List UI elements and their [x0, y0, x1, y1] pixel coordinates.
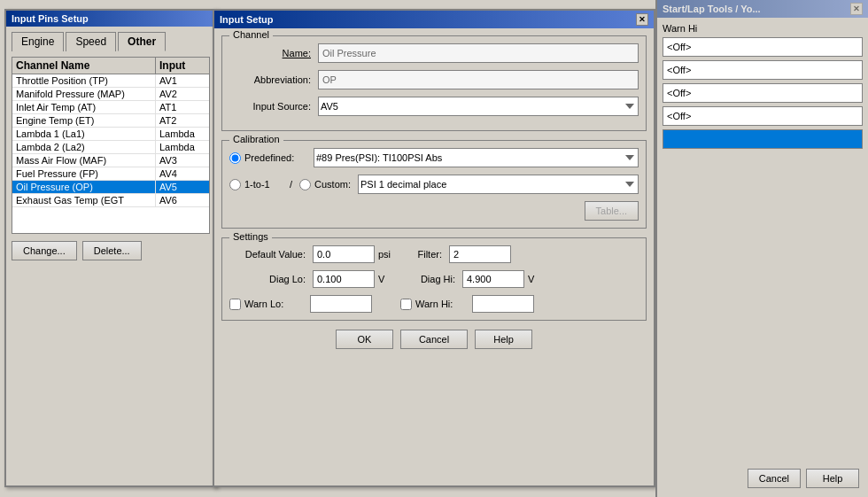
row-channel-name: Mass Air Flow (MAF) [12, 154, 156, 167]
row-input: Lambda [156, 141, 209, 153]
predefined-radio[interactable] [229, 152, 241, 164]
table-row[interactable]: Fuel Pressure (FP)AV4 [12, 167, 209, 181]
table-button[interactable]: Table... [585, 201, 639, 221]
predefined-select[interactable]: #89 Pres(PSI): TI100PSI Abs [314, 148, 639, 167]
right-row2[interactable] [663, 60, 863, 80]
warn-hi-input[interactable] [472, 295, 534, 313]
channel-group-title: Channel [229, 29, 273, 40]
abbreviation-label: Abbreviation: [229, 74, 318, 85]
input-source-select[interactable]: AV5 [318, 97, 639, 116]
row-channel-name: Lambda 2 (La2) [12, 141, 156, 153]
channel-list-header: Channel Name Input [12, 58, 209, 74]
table-row[interactable]: Throttle Position (TP)AV1 [12, 74, 209, 88]
diag-lo-row: Diag Lo: V [229, 270, 396, 288]
row-channel-name: Fuel Pressure (FP) [12, 167, 156, 180]
row-input: AV5 [156, 181, 209, 193]
abbreviation-input[interactable] [318, 70, 639, 89]
change-button[interactable]: Change... [12, 241, 77, 260]
predefined-radio-label[interactable]: Predefined: [229, 152, 314, 164]
table-row[interactable]: Manifold Pressure (MAP)AV2 [12, 88, 209, 101]
slash-separator: / [290, 179, 292, 190]
diag-lo-input[interactable] [313, 270, 375, 288]
diag-hi-input[interactable] [462, 270, 524, 288]
filter-input[interactable] [449, 245, 511, 263]
right-row5-highlight[interactable] [663, 129, 863, 149]
help-button[interactable]: Help [475, 330, 532, 349]
table-row[interactable]: Inlet Air Temp (AT)AT1 [12, 101, 209, 114]
custom-radio[interactable] [299, 179, 311, 190]
table-row[interactable]: Mass Air Flow (MAF)AV3 [12, 154, 209, 167]
name-input[interactable] [318, 43, 639, 63]
pins-title: Input Pins Setup [12, 13, 89, 24]
row-channel-name: Manifold Pressure (MAP) [12, 88, 156, 100]
one-to-one-radio[interactable] [229, 179, 241, 190]
default-value-row: Default Value: psi [229, 245, 396, 263]
dialog-buttons: OK Cancel Help [221, 330, 647, 349]
table-row[interactable]: Exhaust Gas Temp (EGTAV6 [12, 194, 209, 207]
custom-row: 1-to-1 / Custom: PSI 1 decimal place [229, 175, 639, 194]
diag-hi-unit: V [528, 274, 546, 284]
input-setup-window: Input Setup ✕ Channel Name: Abbreviation… [213, 9, 655, 487]
default-value-unit: psi [378, 249, 396, 260]
header-input: Input [156, 58, 209, 74]
filter-row: Filter: [410, 245, 511, 263]
warn-lo-checkbox[interactable] [229, 299, 241, 310]
table-button-container: Table... [229, 201, 639, 221]
right-help-button[interactable]: Help [806, 469, 859, 488]
warn-lo-row: Warn Lo: [229, 295, 372, 313]
row-channel-name: Inlet Air Temp (AT) [12, 101, 156, 113]
row-channel-name: Engine Temp (ET) [12, 114, 156, 127]
settings-row3: Warn Lo: Warn Hi: [229, 295, 639, 313]
row-channel-name: Lambda 1 (La1) [12, 128, 156, 140]
setup-title: Input Setup [220, 14, 274, 25]
table-row[interactable]: Oil Pressure (OP)AV5 [12, 181, 209, 194]
cancel-button[interactable]: Cancel [400, 330, 468, 349]
diag-lo-label: Diag Lo: [229, 274, 309, 284]
right-row4[interactable] [663, 106, 863, 126]
diag-hi-row: Diag Hi: V [410, 270, 546, 288]
settings-row1: Default Value: psi Filter: [229, 245, 639, 263]
row-channel-name: Throttle Position (TP) [12, 74, 156, 87]
custom-radio-label[interactable]: Custom: [299, 179, 351, 190]
table-row[interactable]: Lambda 2 (La2)Lambda [12, 141, 209, 154]
right-row3[interactable] [663, 83, 863, 103]
pins-setup-window: Input Pins Setup Engine Speed Other Chan… [4, 9, 217, 487]
tab-speed[interactable]: Speed [66, 32, 116, 51]
abbreviation-row: Abbreviation: [229, 70, 639, 89]
row-input: AV3 [156, 154, 209, 167]
settings-row2: Diag Lo: V Diag Hi: V [229, 270, 639, 288]
default-value-input[interactable] [313, 245, 375, 263]
table-row[interactable]: Lambda 1 (La1)Lambda [12, 128, 209, 141]
right-titlebar: Start/Lap Tools / Yo... ✕ [657, 0, 868, 18]
right-row1[interactable] [663, 37, 863, 57]
filter-label: Filter: [410, 249, 446, 260]
row-input: AT2 [156, 114, 209, 127]
pins-tabs: Engine Speed Other [12, 32, 210, 51]
right-content: Warn Hi Cancel Help [657, 18, 868, 158]
header-channel-name: Channel Name [12, 58, 156, 74]
close-icon[interactable]: ✕ [636, 13, 648, 26]
table-row[interactable]: Engine Temp (ET)AT2 [12, 114, 209, 128]
right-cancel-button[interactable]: Cancel [748, 469, 801, 488]
warn-lo-input[interactable] [310, 295, 372, 313]
name-row: Name: [229, 43, 639, 63]
channel-group: Channel Name: Abbreviation: Input Source… [221, 35, 647, 131]
input-source-row: Input Source: AV5 [229, 97, 639, 116]
calibration-group: Calibration Predefined: #89 Pres(PSI): T… [221, 140, 647, 229]
diag-hi-label: Diag Hi: [410, 274, 459, 284]
delete-button[interactable]: Delete... [82, 241, 142, 260]
tab-engine[interactable]: Engine [12, 32, 64, 51]
default-value-label: Default Value: [229, 249, 309, 260]
row-input: AV4 [156, 167, 209, 180]
ok-button[interactable]: OK [336, 330, 393, 349]
warn-hi-checkbox[interactable] [400, 299, 412, 310]
tab-other[interactable]: Other [118, 32, 166, 51]
right-close-icon[interactable]: ✕ [850, 3, 863, 15]
channel-list[interactable]: Channel Name Input Throttle Position (TP… [12, 57, 210, 234]
one-to-one-radio-label[interactable]: 1-to-1 [229, 179, 283, 190]
row-input: Lambda [156, 128, 209, 140]
custom-select[interactable]: PSI 1 decimal place [358, 175, 639, 194]
settings-group-title: Settings [229, 231, 272, 242]
row-input: AV1 [156, 74, 209, 87]
warn-hi-header: Warn Hi [663, 23, 863, 34]
